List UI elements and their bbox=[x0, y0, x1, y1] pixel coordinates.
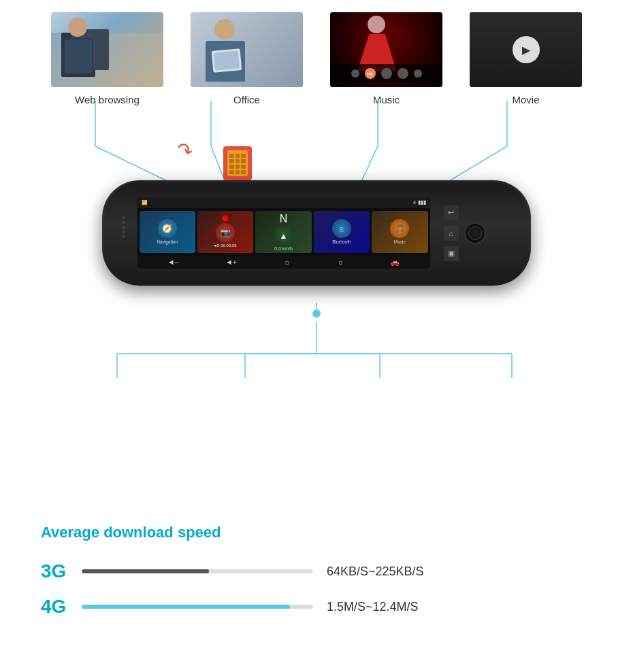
vol-down-icon: ◄– bbox=[167, 258, 179, 266]
play-icon: ▶ bbox=[513, 36, 540, 63]
3g-label: 3G bbox=[41, 560, 68, 582]
top-features: Web browsing Office bbox=[0, 0, 633, 105]
app-navigation: 🧭 Navigation bbox=[140, 211, 195, 253]
screen-bottom-bar: ◄– ◄+ ☼ ☼ 🚗 bbox=[137, 256, 430, 269]
feature-web: Web browsing bbox=[50, 12, 165, 105]
mirror-screen: 📶 4 ▮▮▮ 🧭 Navigation bbox=[137, 197, 430, 269]
screen-apps: 🧭 Navigation 📷 ●D 00:00:05 N bbox=[137, 208, 430, 256]
office-label: Office bbox=[233, 94, 260, 105]
web-label: Web browsing bbox=[75, 94, 140, 105]
4g-bar-fill bbox=[82, 605, 290, 609]
speed-row-3g: 3G 64KB/S~225KB/S bbox=[41, 560, 592, 582]
3g-bar-container bbox=[82, 569, 313, 573]
4g-bar-container bbox=[82, 605, 313, 609]
mirror-controls: ↩ ⌂ ▣ bbox=[444, 205, 459, 261]
thumb-movie: ▶ bbox=[470, 12, 582, 87]
4g-label: 4G bbox=[41, 596, 68, 618]
feature-movie: ▶ Movie bbox=[468, 12, 584, 105]
home-button[interactable]: ⌂ bbox=[444, 226, 459, 241]
red-arrow: ↷ bbox=[174, 137, 196, 164]
3g-value: 64KB/S~225KB/S bbox=[327, 565, 436, 579]
camera-lens bbox=[468, 226, 482, 240]
speed-row-4g: 4G 1.5M/S~12.4M/S bbox=[41, 596, 592, 618]
app-camera: 📷 ●D 00:00:05 bbox=[197, 211, 253, 253]
brightness-up-icon: ☼ bbox=[337, 258, 344, 266]
thumb-web bbox=[51, 12, 163, 87]
3g-bar-fill bbox=[82, 569, 209, 573]
back-button[interactable]: ↩ bbox=[444, 205, 459, 220]
main-container: Web browsing Office bbox=[0, 0, 633, 672]
sim-card-icon bbox=[223, 146, 252, 180]
app-music: 🎵 Music bbox=[372, 211, 427, 253]
thumb-office bbox=[191, 12, 303, 87]
camera-module bbox=[464, 222, 486, 244]
signal-indicator: 4 ▮▮▮ bbox=[413, 199, 426, 205]
app-speed: N ▲ 0.0 km/h bbox=[255, 211, 311, 253]
feature-music: ⏮ Music bbox=[329, 12, 444, 105]
feature-office: Office bbox=[189, 12, 305, 105]
brightness-icon: ☼ bbox=[284, 258, 291, 266]
center-connector-dot bbox=[312, 309, 321, 318]
mirror-device: 📶 4 ▮▮▮ 🧭 Navigation bbox=[102, 180, 531, 286]
drive-icon: 🚗 bbox=[390, 258, 400, 267]
thumb-music: ⏮ bbox=[330, 12, 442, 87]
sim-area: ↷ bbox=[170, 133, 252, 180]
app-bluetooth: ʙ Bluetooth bbox=[314, 211, 370, 253]
vol-up-icon: ◄+ bbox=[225, 258, 237, 266]
speed-title: Average download speed bbox=[41, 524, 592, 541]
4g-value: 1.5M/S~12.4M/S bbox=[327, 600, 436, 614]
mirror-device-wrapper: 📶 4 ▮▮▮ 🧭 Navigation bbox=[102, 180, 531, 286]
apps-button[interactable]: ▣ bbox=[444, 246, 459, 261]
speed-section: Average download speed 3G 64KB/S~225KB/S… bbox=[41, 524, 592, 631]
music-label: Music bbox=[373, 94, 400, 105]
movie-label: Movie bbox=[512, 94, 539, 105]
